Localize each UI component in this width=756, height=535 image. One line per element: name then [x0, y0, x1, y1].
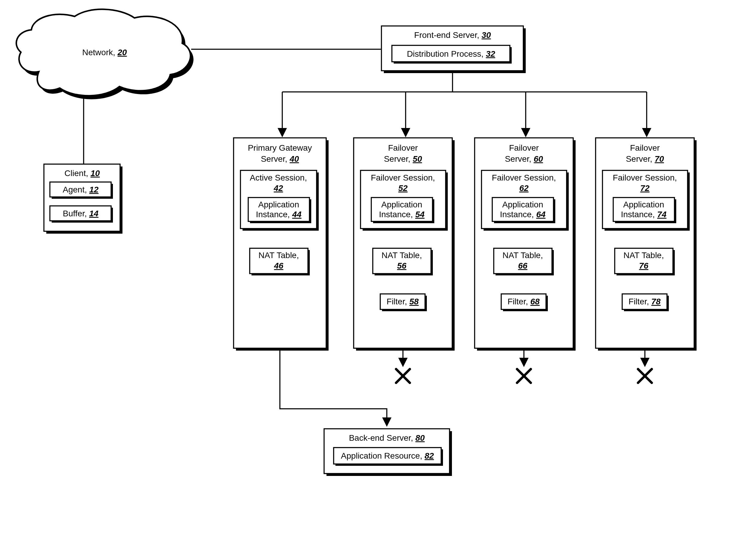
f70-app-box: Application Instance, 74 — [613, 198, 676, 223]
f70-nat-box: NAT Table, 76 — [615, 248, 675, 275]
distribution-process-box: Distribution Process, 32 — [392, 45, 512, 64]
svg-text:62: 62 — [519, 183, 529, 193]
conn-primary-backend — [280, 351, 387, 425]
svg-text:52: 52 — [398, 183, 408, 193]
f60-nat-box: NAT Table, 66 — [494, 248, 554, 275]
svg-text:Failover: Failover — [388, 143, 418, 153]
frontend-fanout — [282, 73, 647, 136]
svg-rect-68 — [595, 138, 694, 348]
client-buffer-box: Buffer, 14 — [50, 206, 113, 223]
svg-text:Filter, 78: Filter, 78 — [628, 297, 661, 306]
svg-text:Agent, 12: Agent, 12 — [63, 185, 99, 194]
backend-res-box: Application Resource, 82 — [334, 448, 443, 466]
svg-text:76: 76 — [639, 261, 649, 270]
primary-server-box: Primary Gateway Server, 40 Active Sessio… — [233, 138, 329, 351]
svg-text:Server, 70: Server, 70 — [626, 154, 664, 163]
svg-text:Failover Session,: Failover Session, — [371, 173, 435, 182]
primary-app-box: Application Instance, 44 — [248, 198, 311, 223]
primary-nat-box: NAT Table, 46 — [250, 248, 310, 275]
frontend-title: Front-end Server, 30 — [414, 30, 491, 40]
f50-nat-box: NAT Table, 56 — [373, 248, 433, 275]
f50-session-box: Failover Session, 52 Application Instanc… — [361, 170, 448, 231]
f70-session-box: Failover Session, 72 Application Instanc… — [602, 170, 690, 231]
svg-text:Instance, 74: Instance, 74 — [621, 210, 667, 219]
svg-text:Application: Application — [258, 200, 299, 209]
svg-text:NAT Table,: NAT Table, — [502, 251, 543, 260]
primary-session-box: Active Session, 42 Application Instance,… — [240, 170, 319, 231]
client-agent-box: Agent, 12 — [50, 182, 113, 199]
svg-text:Filter, 68: Filter, 68 — [507, 297, 540, 306]
svg-text:Application: Application — [381, 200, 422, 209]
svg-text:NAT Table,: NAT Table, — [258, 251, 299, 260]
network-cloud: Network, 20 — [16, 9, 194, 99]
svg-text:Server, 50: Server, 50 — [384, 154, 422, 163]
svg-text:Failover Session,: Failover Session, — [492, 173, 556, 182]
f60-filter-box: Filter, 68 — [501, 294, 548, 311]
svg-text:NAT Table,: NAT Table, — [381, 251, 422, 260]
svg-text:Failover: Failover — [509, 143, 539, 153]
backend-box: Back-end Server, 80 Application Resource… — [324, 429, 452, 476]
svg-text:Server, 60: Server, 60 — [505, 154, 543, 163]
client-box: Client, 10 Agent, 12 Buffer, 14 — [44, 164, 122, 234]
x-markers — [396, 351, 652, 383]
svg-rect-30 — [354, 138, 452, 348]
network-label: Network, 20 — [82, 48, 127, 57]
frontend-box: Front-end Server, 30 Distribution Proces… — [381, 26, 526, 73]
svg-text:Server, 40: Server, 40 — [261, 154, 299, 163]
svg-text:NAT Table,: NAT Table, — [623, 251, 664, 260]
svg-text:42: 42 — [273, 183, 283, 193]
svg-text:Instance, 64: Instance, 64 — [500, 210, 546, 219]
client-title: Client, 10 — [65, 169, 100, 178]
f70-filter-box: Filter, 78 — [622, 294, 669, 311]
f60-session-box: Failover Session, 62 Application Instanc… — [481, 170, 569, 231]
svg-text:72: 72 — [640, 183, 650, 193]
backend-title: Back-end Server, 80 — [349, 433, 425, 442]
failover-70-box: Failover Server, 70 Failover Session, 72… — [595, 138, 697, 351]
svg-text:Active Session,: Active Session, — [250, 173, 307, 182]
svg-text:Application Resource, 82: Application Resource, 82 — [341, 451, 434, 461]
svg-text:Application: Application — [502, 200, 543, 209]
f50-app-box: Application Instance, 54 — [371, 198, 434, 223]
svg-text:Distribution Process, 32: Distribution Process, 32 — [407, 49, 495, 59]
f50-filter-box: Filter, 58 — [380, 294, 427, 311]
svg-text:66: 66 — [518, 261, 528, 270]
svg-rect-14 — [233, 138, 326, 348]
svg-text:Buffer, 14: Buffer, 14 — [63, 209, 99, 218]
svg-text:Application: Application — [623, 200, 664, 209]
svg-text:Instance, 44: Instance, 44 — [256, 210, 302, 219]
svg-text:Filter, 58: Filter, 58 — [386, 297, 419, 306]
svg-rect-49 — [475, 138, 573, 348]
f60-app-box: Application Instance, 64 — [492, 198, 555, 223]
svg-text:Failover: Failover — [630, 143, 660, 153]
svg-text:Failover Session,: Failover Session, — [613, 173, 677, 182]
svg-text:46: 46 — [274, 261, 284, 270]
failover-50-box: Failover Server, 50 Failover Session, 52… — [354, 138, 455, 351]
svg-text:56: 56 — [397, 261, 407, 270]
failover-60-box: Failover Server, 60 Failover Session, 62… — [475, 138, 576, 351]
svg-text:Primary Gateway: Primary Gateway — [248, 143, 312, 153]
svg-text:Instance, 54: Instance, 54 — [379, 210, 425, 219]
